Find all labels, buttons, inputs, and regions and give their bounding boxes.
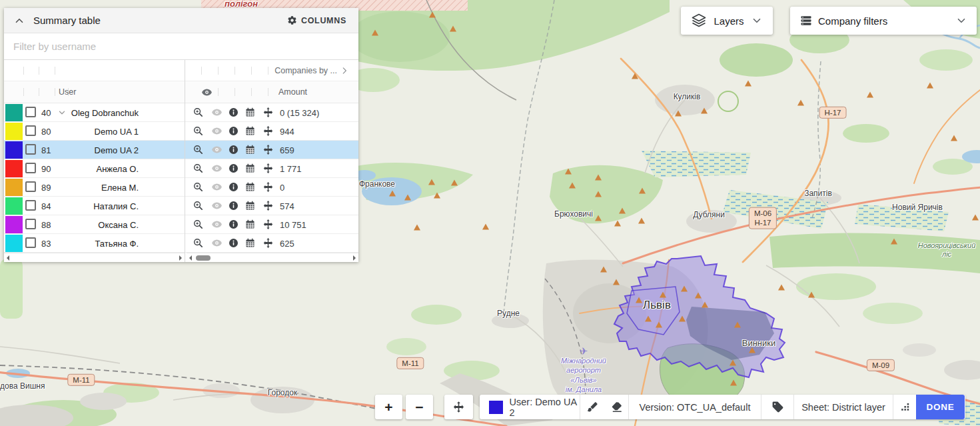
calendar-grid-icon[interactable] — [245, 219, 256, 230]
user-column-header[interactable]: User — [59, 87, 76, 97]
row-username: Demo UA 1 — [65, 127, 139, 137]
visibility-eye-icon[interactable] — [211, 144, 223, 155]
info-icon[interactable] — [228, 237, 239, 249]
zoom-in-button[interactable]: + — [375, 395, 402, 419]
info-icon[interactable] — [228, 144, 239, 155]
row-username: Наталия С. — [65, 201, 139, 211]
scroll-left-arrow-icon[interactable] — [7, 255, 9, 261]
row-amount: 659 — [280, 145, 294, 155]
zoom-out-button[interactable]: − — [406, 395, 433, 419]
visibility-eye-icon[interactable] — [211, 163, 223, 174]
visibility-column-header-eye-icon[interactable] — [201, 87, 213, 98]
amount-column-header[interactable]: Amount — [278, 87, 307, 97]
calendar-grid-icon[interactable] — [245, 107, 256, 118]
info-icon[interactable] — [228, 125, 239, 137]
move-territory-icon[interactable] — [262, 163, 274, 174]
pan-mode-button[interactable] — [444, 395, 473, 419]
done-label: DONE — [926, 402, 954, 412]
calendar-grid-icon[interactable] — [245, 237, 256, 249]
table-row[interactable]: 84 Наталия С. 574 — [4, 197, 358, 215]
move-territory-icon[interactable] — [262, 200, 274, 211]
user-color-swatch — [5, 235, 23, 252]
eraser-tool-button[interactable] — [604, 395, 628, 419]
row-id: 80 — [41, 127, 51, 137]
tag-button[interactable] — [761, 395, 793, 419]
table-row[interactable]: 90 Анжела О. 1 771 — [4, 159, 358, 178]
move-territory-icon[interactable] — [262, 181, 274, 193]
table-row[interactable]: 80 Demo UA 1 944 — [4, 122, 358, 141]
row-id: 90 — [41, 164, 51, 174]
calendar-grid-icon[interactable] — [245, 163, 256, 174]
dots-grid-icon — [899, 401, 911, 413]
collapse-chevron-up-icon[interactable] — [13, 15, 25, 27]
scroll-right-arrow-icon[interactable] — [353, 255, 356, 261]
visibility-eye-icon[interactable] — [211, 125, 223, 137]
zoom-to-territory-icon[interactable] — [193, 181, 204, 193]
visibility-eye-icon[interactable] — [211, 237, 223, 249]
active-user-selector[interactable]: User: Demo UA 2 — [480, 395, 580, 419]
row-id: 89 — [41, 183, 51, 193]
zoom-to-territory-icon[interactable] — [193, 163, 204, 174]
zoom-to-territory-icon[interactable] — [193, 237, 204, 249]
info-icon[interactable] — [228, 181, 239, 193]
row-id: 81 — [41, 145, 51, 155]
move-territory-icon[interactable] — [262, 219, 274, 230]
brush-tool-button[interactable] — [580, 395, 604, 419]
sheet-selector[interactable]: Sheet: District layer — [794, 395, 893, 419]
row-checkbox[interactable] — [25, 219, 36, 229]
calendar-grid-icon[interactable] — [245, 144, 256, 155]
company-filters-dropdown[interactable]: Company filters — [790, 7, 977, 35]
calendar-grid-icon[interactable] — [245, 181, 256, 193]
zoom-to-territory-icon[interactable] — [193, 219, 204, 230]
info-icon[interactable] — [228, 107, 239, 118]
right-pane-scrollbar[interactable] — [187, 253, 358, 262]
calendar-grid-icon[interactable] — [245, 200, 256, 211]
calendar-grid-icon[interactable] — [245, 125, 256, 137]
filter-username-input[interactable] — [4, 33, 358, 59]
columns-button[interactable]: COLUMNS — [283, 15, 350, 26]
zoom-to-territory-icon[interactable] — [193, 144, 204, 155]
scroll-left-arrow-icon[interactable] — [189, 255, 192, 261]
move-territory-icon[interactable] — [262, 237, 274, 249]
row-id: 83 — [41, 239, 51, 249]
left-pane-scrollbar[interactable] — [4, 253, 185, 262]
row-checkbox[interactable] — [25, 125, 36, 136]
chevron-right-icon[interactable] — [340, 66, 349, 75]
table-row[interactable]: 88 Оксана С. 10 751 — [4, 215, 358, 234]
row-checkbox[interactable] — [25, 107, 36, 117]
move-territory-icon[interactable] — [262, 107, 274, 118]
info-icon[interactable] — [228, 219, 239, 230]
zoom-in-label: + — [384, 399, 392, 415]
scrollbar-thumb[interactable] — [196, 255, 211, 261]
layers-button[interactable]: Layers — [681, 7, 773, 35]
row-checkbox[interactable] — [25, 163, 36, 173]
table-row[interactable]: 89 Елена М. 0 — [4, 178, 358, 197]
row-checkbox[interactable] — [25, 181, 36, 192]
row-checkbox[interactable] — [25, 237, 36, 248]
zoom-to-territory-icon[interactable] — [193, 125, 204, 137]
row-checkbox[interactable] — [25, 144, 36, 155]
version-selector[interactable]: Version: OTC_UA_default — [629, 395, 761, 419]
visibility-eye-icon[interactable] — [211, 181, 223, 193]
visibility-eye-icon[interactable] — [211, 107, 223, 118]
row-checkbox[interactable] — [25, 200, 36, 211]
row-id: 84 — [41, 201, 51, 211]
summary-table-panel: Summary table COLUMNS Companies by ... U… — [4, 8, 358, 262]
table-row[interactable]: 83 Татьяна Ф. 625 — [4, 234, 358, 253]
move-territory-icon[interactable] — [262, 144, 274, 155]
zoom-to-territory-icon[interactable] — [193, 107, 204, 118]
done-button[interactable]: DONE — [916, 395, 965, 419]
scroll-right-arrow-icon[interactable] — [179, 255, 182, 261]
table-row[interactable]: 81 Demo UA 2 659 — [4, 141, 358, 159]
grid-dots-button[interactable] — [893, 395, 916, 419]
info-icon[interactable] — [228, 200, 239, 211]
zoom-to-territory-icon[interactable] — [193, 200, 204, 211]
table-row[interactable]: 40 Oleg Dobranchuk 0 (15 324) — [4, 103, 358, 122]
companies-by-group-header[interactable]: Companies by ... — [187, 60, 358, 81]
active-user-color-swatch — [489, 401, 503, 414]
visibility-eye-icon[interactable] — [211, 219, 223, 230]
move-territory-icon[interactable] — [262, 125, 274, 137]
visibility-eye-icon[interactable] — [211, 200, 223, 211]
gear-icon — [287, 15, 297, 25]
info-icon[interactable] — [228, 163, 239, 174]
